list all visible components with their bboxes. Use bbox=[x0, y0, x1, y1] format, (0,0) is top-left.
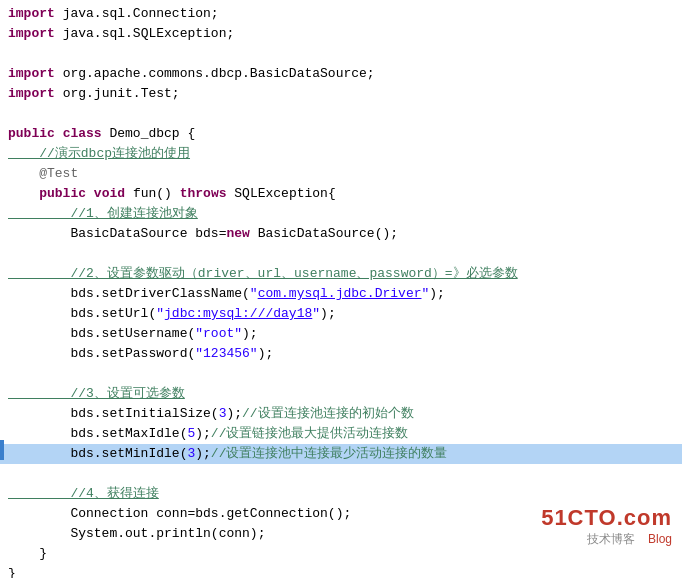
watermark-sub: 技术博客 Blog bbox=[541, 531, 672, 548]
code-line: //演示dbcp连接池的使用 bbox=[0, 144, 682, 164]
code-line: BasicDataSource bds=new BasicDataSource(… bbox=[0, 224, 682, 244]
code-line bbox=[0, 464, 682, 484]
code-line: import java.sql.SQLException; bbox=[0, 24, 682, 44]
code-line: bds.setUsername("root"); bbox=[0, 324, 682, 344]
code-line: bds.setDriverClassName("com.mysql.jdbc.D… bbox=[0, 284, 682, 304]
code-line: //4、获得连接 bbox=[0, 484, 682, 504]
code-line: bds.setMaxIdle(5);//设置链接池最大提供活动连接数 bbox=[0, 424, 682, 444]
watermark-main: 51CTO.com bbox=[541, 505, 672, 531]
code-line: //2、设置参数驱动（driver、url、username、password）… bbox=[0, 264, 682, 284]
code-line: @Test bbox=[0, 164, 682, 184]
line-indicator bbox=[0, 440, 4, 460]
code-line: import org.apache.commons.dbcp.BasicData… bbox=[0, 64, 682, 84]
code-editor: import java.sql.Connection; import java.… bbox=[0, 0, 682, 578]
code-line bbox=[0, 104, 682, 124]
code-line: import org.junit.Test; bbox=[0, 84, 682, 104]
code-line bbox=[0, 44, 682, 64]
code-line: public class Demo_dbcp { bbox=[0, 124, 682, 144]
code-line: } bbox=[0, 564, 682, 578]
code-line bbox=[0, 364, 682, 384]
code-line: import java.sql.Connection; bbox=[0, 4, 682, 24]
code-line: //1、创建连接池对象 bbox=[0, 204, 682, 224]
code-line: bds.setUrl("jdbc:mysql:///day18"); bbox=[0, 304, 682, 324]
watermark-blog: Blog bbox=[648, 532, 672, 546]
code-line: //3、设置可选参数 bbox=[0, 384, 682, 404]
code-line: bds.setPassword("123456"); bbox=[0, 344, 682, 364]
code-line-highlighted: bds.setMinIdle(3);//设置连接池中连接最少活动连接的数量 bbox=[0, 444, 682, 464]
watermark: 51CTO.com 技术博客 Blog bbox=[541, 505, 672, 548]
code-line: bds.setInitialSize(3);//设置连接池连接的初始个数 bbox=[0, 404, 682, 424]
code-line bbox=[0, 244, 682, 264]
code-line: public void fun() throws SQLException{ bbox=[0, 184, 682, 204]
